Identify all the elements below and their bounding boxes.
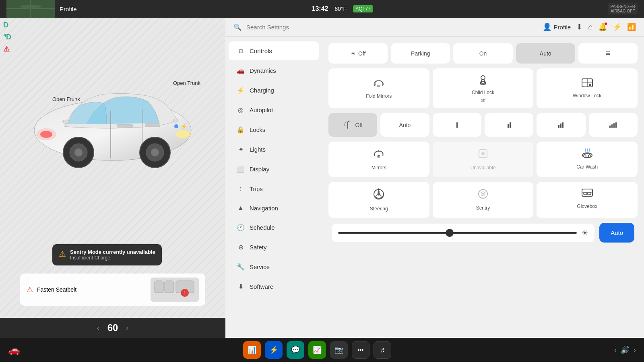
more-app-icon: ••• [358, 347, 364, 353]
wipers-speed2-icon [508, 122, 511, 128]
sidebar-item-dynamics[interactable]: 🚗 Dynamics [229, 61, 319, 80]
window-lock-icon [581, 78, 593, 90]
dynamics-nav-label: Dynamics [250, 67, 276, 74]
lights-parking-button[interactable]: Parking [391, 43, 450, 64]
svg-rect-24 [377, 85, 380, 87]
taskbar-music-app[interactable]: ♬ [374, 341, 391, 359]
wipers-row: Off Auto [328, 113, 638, 137]
lights-on-label: On [479, 50, 487, 57]
taskbar-stats-app[interactable]: 📊 [243, 341, 261, 359]
main-area: D ⁴D ⚠ Open Frunk Open Trunk 🔓 [0, 18, 644, 338]
controls-nav-icon: ⊙ [237, 47, 245, 55]
wipers-auto-button[interactable]: Auto [380, 113, 429, 137]
map-preview[interactable] [6, 0, 55, 18]
sidebar-item-lights[interactable]: ✦ Lights [229, 140, 319, 159]
svg-point-14 [176, 130, 190, 138]
volume-icon: 🔊 [621, 346, 630, 354]
lights-on-button[interactable]: On [453, 43, 512, 64]
wipers-speed1-button[interactable] [433, 113, 481, 137]
svg-rect-12 [117, 124, 133, 128]
display-nav-label: Display [250, 166, 269, 173]
volume-control: 🔊 [621, 346, 630, 354]
sidebar-item-display[interactable]: ⬜ Display [229, 160, 319, 179]
sidebar-item-trips[interactable]: ↕ Trips [229, 179, 319, 198]
traction-control-icon: D [3, 21, 11, 29]
search-icon: 🔍 [233, 23, 242, 31]
wipers-speed3-button[interactable] [537, 113, 585, 137]
sidebar-item-autopilot[interactable]: ◎ Autopilot [229, 101, 319, 119]
taskbar-camera-app[interactable]: 📷 [330, 341, 348, 359]
glovebox-button[interactable]: Glovebox [537, 182, 638, 218]
taskbar-car-icon[interactable]: 🚗 [8, 344, 20, 356]
sidebar-item-software[interactable]: ⬇ Software [229, 277, 319, 296]
mirrors-button[interactable]: Mirrors [328, 142, 429, 177]
awd-icon: ⁴D [3, 33, 11, 41]
taskbar-next-button[interactable]: › [634, 346, 636, 354]
svg-rect-13 [145, 123, 160, 127]
taskbar-apps: 📊 ⚡ 💬 📈 📷 ••• ♬ [243, 341, 391, 359]
bluetooth-icon[interactable]: ⚡ [613, 23, 621, 31]
brightness-slider[interactable] [338, 232, 577, 234]
car-wash-icon [581, 148, 593, 161]
auto-brightness-button[interactable]: Auto [599, 223, 634, 243]
stats-app-icon: 📊 [248, 346, 256, 354]
sidebar-item-locks[interactable]: 🔒 Locks [229, 120, 319, 139]
wipers-speed2-button[interactable] [485, 113, 533, 137]
brightness-thumb[interactable] [446, 229, 454, 237]
profile-header[interactable]: 👤 Profile [543, 23, 571, 31]
sidebar-item-navigation[interactable]: ▲ Navigation [229, 199, 319, 217]
window-lock-button[interactable]: Window Lock [537, 68, 638, 108]
navigation-nav-label: Navigation [250, 205, 278, 212]
seatbelt-alert-icon: ⚠ [27, 285, 33, 294]
svg-point-25 [481, 76, 485, 80]
search-input[interactable] [246, 24, 538, 31]
sentry-button[interactable]: Sentry [433, 182, 534, 218]
car-wash-button[interactable]: Car Wash [537, 142, 638, 177]
left-panel: D ⁴D ⚠ Open Frunk Open Trunk 🔓 [0, 18, 225, 338]
taskbar-bluetooth-app[interactable]: ⚡ [265, 341, 283, 359]
warning-triangle-icon: ⚠ [59, 249, 66, 259]
controls-panel: ☀ Off Parking On Auto ≡ [322, 37, 644, 338]
taskbar-right: ‹ 🔊 › [614, 346, 636, 354]
taskbar-more-app[interactable]: ••• [352, 341, 369, 359]
wipers-off-button[interactable]: Off [328, 113, 377, 137]
sidebar-item-safety[interactable]: ⊕ Safety [229, 238, 319, 257]
lights-off-label: Off [358, 50, 365, 57]
svg-rect-19 [155, 281, 163, 293]
window-lock-label: Window Lock [573, 93, 601, 99]
seat-map: ! [151, 278, 199, 302]
profile-button[interactable]: Profile [60, 6, 77, 12]
svg-rect-20 [165, 281, 173, 293]
warning-icon: ⚠ [3, 45, 11, 53]
taskbar-stocks-app[interactable]: 📈 [308, 341, 326, 359]
sidebar-item-controls[interactable]: ⊙ Controls [229, 41, 319, 60]
seatbelt-label: Fasten Seatbelt [37, 286, 76, 293]
lights-off-button[interactable]: ☀ Off [328, 43, 388, 64]
home-icon[interactable]: ⌂ [588, 23, 592, 31]
download-icon[interactable]: ⬇ [576, 23, 582, 31]
child-lock-button[interactable]: Child Lock off [433, 68, 534, 108]
notifications-icon[interactable]: 🔔 [598, 23, 607, 31]
settings-content: ⊙ Controls 🚗 Dynamics ⚡ Charging ◎ Autop… [225, 37, 644, 338]
schedule-nav-icon: 🕐 [237, 224, 245, 231]
lights-beams-button[interactable]: ≡ [578, 43, 638, 64]
taskbar-messages-app[interactable]: 💬 [287, 341, 304, 359]
sidebar-item-charging[interactable]: ⚡ Charging [229, 81, 319, 100]
sidebar-item-service[interactable]: 🔧 Service [229, 257, 319, 276]
seatbelt-text: ⚠ Fasten Seatbelt [27, 285, 76, 294]
steering-button[interactable]: Steering [328, 182, 429, 218]
sidebar-item-schedule[interactable]: 🕐 Schedule [229, 218, 319, 237]
signal-icon[interactable]: 📶 [627, 23, 636, 31]
lights-auto-button[interactable]: Auto [516, 43, 575, 64]
car-svg: ⚡ [24, 50, 205, 179]
top-bar: Profile 13:42 80°F AQI 77 PASSENGERAIRBA… [0, 0, 644, 18]
speed-decrease-button[interactable]: ‹ [97, 324, 99, 332]
fold-mirrors-button[interactable]: Fold Mirrors [328, 68, 429, 108]
unavailable-label: Unavailable [471, 165, 496, 171]
speed-increase-button[interactable]: › [126, 324, 128, 332]
taskbar-prev-button[interactable]: ‹ [614, 346, 617, 354]
mirrors-icon [372, 148, 385, 162]
locks-nav-label: Locks [250, 126, 265, 133]
wipers-speed4-button[interactable] [589, 113, 638, 137]
temp-display: 80°F [334, 6, 347, 12]
